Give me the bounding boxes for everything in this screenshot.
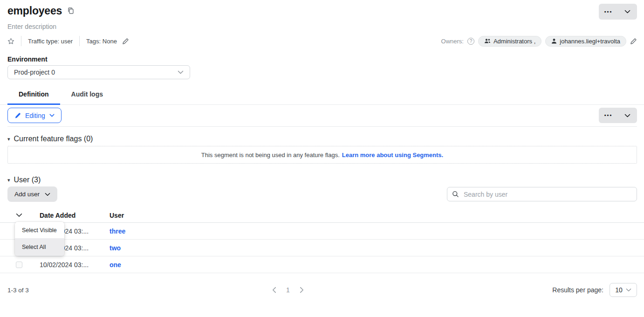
owner-pill-administrators[interactable]: Administrators , xyxy=(478,36,541,47)
row-date-cell: 10/02/2024 03:... xyxy=(40,261,110,269)
pager: 1 xyxy=(272,283,304,297)
feature-flags-empty-state: This segment is not being used in any fe… xyxy=(7,146,637,164)
results-per-page-select[interactable]: 10 xyxy=(610,283,637,297)
menu-item-select-visible[interactable]: Select Visible xyxy=(15,222,64,238)
owner-pill-label: johannes.liegl+travolta xyxy=(560,38,620,45)
owners-label: Owners: xyxy=(441,38,464,45)
more-actions-button[interactable]: ••• xyxy=(599,108,618,123)
chevron-down-icon xyxy=(178,70,184,74)
environment-select[interactable]: Prod-project 0 xyxy=(7,65,190,79)
meta-row: Traffic type: user Tags: None Owners: ? … xyxy=(0,36,644,46)
tags-label: Tags: None xyxy=(86,38,117,45)
page-title: employees xyxy=(7,4,62,18)
definition-actions-group: ••• xyxy=(599,108,637,123)
toolbar-row: Editing ••• xyxy=(0,108,644,123)
pagination-bar: 1-3 of 3 1 Results per page: 10 xyxy=(7,283,637,297)
results-per-page-label: Results per page: xyxy=(552,286,603,294)
copy-icon[interactable] xyxy=(67,7,75,14)
previous-page-button[interactable] xyxy=(272,287,276,293)
chevron-down-icon xyxy=(626,288,631,292)
user-link[interactable]: one xyxy=(110,261,121,269)
feature-flags-section-title: Current feature flags (0) xyxy=(14,135,93,143)
results-per-page-value: 10 xyxy=(615,286,623,294)
column-header-date[interactable]: Date Added xyxy=(40,212,110,219)
editing-button[interactable]: Editing xyxy=(7,108,62,123)
table-row: 10/02/2024 03:... three xyxy=(0,223,644,240)
select-dropdown-menu: Select Visible Select All xyxy=(15,222,64,256)
ellipsis-icon: ••• xyxy=(604,9,613,14)
environment-label: Environment xyxy=(7,55,644,63)
collapse-triangle-icon: ▾ xyxy=(7,137,10,142)
page-number[interactable]: 1 xyxy=(286,286,290,294)
search-icon xyxy=(452,191,459,198)
user-link[interactable]: three xyxy=(110,227,125,235)
menu-item-select-all[interactable]: Select All xyxy=(15,238,64,256)
table-row: 10/02/2024 03:... two xyxy=(0,240,644,256)
user-search-box xyxy=(447,187,637,201)
collapse-triangle-icon: ▾ xyxy=(7,178,10,183)
results-range-label: 1-3 of 3 xyxy=(7,287,29,294)
more-actions-button[interactable]: ••• xyxy=(599,4,618,20)
add-user-button[interactable]: Add user xyxy=(7,186,57,202)
search-input[interactable] xyxy=(463,190,632,199)
chevron-down-icon xyxy=(45,193,50,196)
group-icon xyxy=(484,38,491,44)
tab-bar: Definition Audit logs xyxy=(0,90,644,105)
next-page-button[interactable] xyxy=(300,287,304,293)
chevron-down-icon xyxy=(624,10,630,14)
user-link[interactable]: two xyxy=(110,244,121,252)
collapse-actions-button[interactable] xyxy=(618,4,637,20)
edit-tags-pencil-icon[interactable] xyxy=(122,38,129,45)
owner-pill-user[interactable]: johannes.liegl+travolta xyxy=(545,36,626,47)
owner-pill-label: Administrators , xyxy=(493,38,535,45)
column-header-user[interactable]: User xyxy=(110,212,637,219)
star-icon[interactable] xyxy=(7,38,14,45)
user-table: Date Added User 10/02/2024 03:... three … xyxy=(0,208,644,273)
chevron-down-icon xyxy=(49,114,55,117)
person-icon xyxy=(551,38,557,44)
editing-button-label: Editing xyxy=(25,112,45,119)
edit-owners-pencil-icon[interactable] xyxy=(630,38,637,45)
divider xyxy=(79,36,80,46)
chevron-down-icon xyxy=(624,114,630,117)
learn-more-link[interactable]: Learn more about using Segments. xyxy=(342,152,443,158)
ellipsis-icon: ••• xyxy=(604,113,613,118)
user-section-title: User (3) xyxy=(14,176,41,184)
collapse-actions-button[interactable] xyxy=(618,108,637,123)
add-user-button-label: Add user xyxy=(14,191,40,198)
header-actions-group: ••• xyxy=(599,4,637,20)
table-row: 10/02/2024 03:... one xyxy=(0,256,644,273)
table-header-row: Date Added User xyxy=(0,208,644,223)
environment-selected-value: Prod-project 0 xyxy=(14,69,55,76)
feature-flags-section-header[interactable]: ▾ Current feature flags (0) xyxy=(7,135,93,143)
tab-audit-logs[interactable]: Audit logs xyxy=(60,90,114,104)
section-divider xyxy=(7,126,637,127)
tab-definition[interactable]: Definition xyxy=(7,90,60,104)
pencil-icon xyxy=(14,112,21,119)
user-controls-row: Add user xyxy=(7,186,637,202)
description-field[interactable]: Enter description xyxy=(7,23,56,30)
traffic-type-label: Traffic type: user xyxy=(28,38,73,45)
divider xyxy=(21,36,21,46)
empty-state-message: This segment is not being used in any fe… xyxy=(201,152,340,158)
user-section-header[interactable]: ▾ User (3) xyxy=(7,176,41,184)
header-title-row: employees ••• xyxy=(0,0,644,20)
help-icon[interactable]: ? xyxy=(467,38,474,45)
select-menu-trigger-icon[interactable] xyxy=(16,213,22,217)
row-checkbox[interactable] xyxy=(16,262,22,268)
